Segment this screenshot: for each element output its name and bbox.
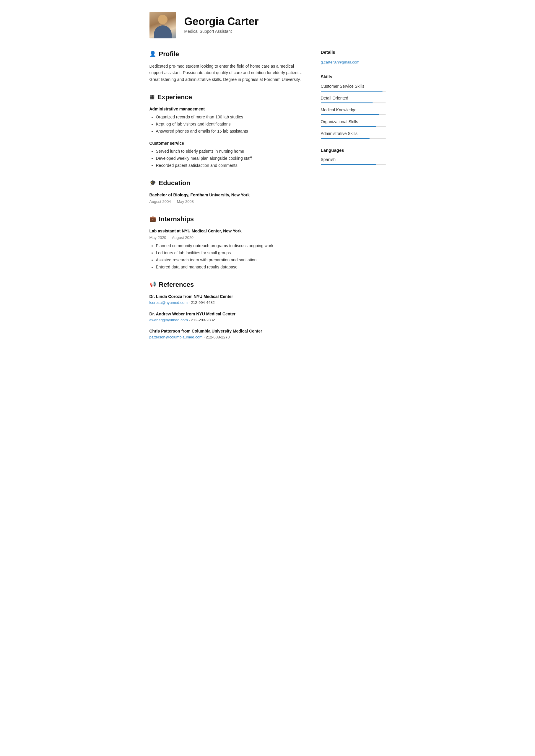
skill-label-2: Detail Oriented [321, 95, 386, 101]
ref-item-1: Dr. Linda Coroza from NYU Medical Center… [150, 293, 307, 306]
intern-bullets: Planned community outreach programs to d… [150, 243, 307, 270]
list-item: Organized records of more than 100 lab s… [156, 114, 307, 120]
experience-section: ▦ Experience Administrative management O… [150, 92, 307, 169]
lang-spanish: Spanish [321, 156, 386, 165]
exp-item-admin: Administrative management Organized reco… [150, 106, 307, 134]
references-icon: 📢 [150, 281, 156, 288]
lang-bar-fill-1 [321, 164, 376, 165]
lang-bar-bg-1 [321, 164, 386, 165]
skill-label-5: Administrative Skills [321, 130, 386, 137]
skill-bar-bg-4 [321, 126, 386, 127]
education-icon: 🎓 [150, 179, 156, 187]
exp-admin-title: Administrative management [150, 106, 307, 112]
details-section: Details g.carter87@gmail.com [321, 49, 386, 65]
left-column: 👤 Profile Dedicated pre-med student look… [150, 49, 307, 350]
profile-text: Dedicated pre-med student looking to ent… [150, 63, 307, 83]
list-item: Developed weekly meal plan alongside coo… [156, 155, 307, 162]
list-item: Kept log of lab visitors and identificat… [156, 121, 307, 127]
lang-label-1: Spanish [321, 156, 386, 163]
skill-bar-fill-1 [321, 91, 382, 92]
experience-title: ▦ Experience [150, 92, 307, 102]
skill-bar-fill-4 [321, 126, 376, 127]
main-layout: 👤 Profile Dedicated pre-med student look… [150, 49, 386, 350]
internships-icon: 💼 [150, 215, 156, 223]
resume-page: Georgia Carter Medical Support Assistant… [135, 0, 401, 367]
ref-email-2[interactable]: aweber@nyumed.com [150, 318, 188, 322]
skill-label-1: Customer Service Skills [321, 83, 386, 90]
profile-icon: 👤 [150, 50, 156, 58]
skill-bar-bg-5 [321, 138, 386, 139]
exp-customer-title: Customer service [150, 140, 307, 147]
ref-item-3: Chris Patterson from Columbia University… [150, 328, 307, 340]
intern-dates: May 2020 — August 2020 [150, 235, 307, 241]
skill-medical-knowledge: Medical Knowledge [321, 107, 386, 115]
education-section: 🎓 Education Bachelor of Biology, Fordham… [150, 178, 307, 205]
skill-bar-bg-1 [321, 91, 386, 92]
skill-bar-fill-2 [321, 102, 373, 103]
header-text: Georgia Carter Medical Support Assistant [184, 16, 259, 35]
list-item: Entered data and managed results databas… [156, 264, 307, 270]
exp-customer-bullets: Served lunch to elderly patients in nurs… [150, 148, 307, 169]
skill-label-3: Medical Knowledge [321, 107, 386, 113]
internships-section: 💼 Internships Lab assistant at NYU Medic… [150, 214, 307, 271]
edu-dates: August 2004 — May 2008 [150, 199, 307, 205]
skill-bar-fill-3 [321, 114, 379, 115]
skills-section: Skills Customer Service Skills Detail Or… [321, 73, 386, 139]
ref-separator-2: · 212-293-2832 [189, 318, 215, 322]
profile-section: 👤 Profile Dedicated pre-med student look… [150, 49, 307, 83]
ref-name-3: Chris Patterson from Columbia University… [150, 328, 307, 334]
skill-bar-bg-2 [321, 102, 386, 103]
languages-section: Languages Spanish [321, 147, 386, 165]
references-section: 📢 References Dr. Linda Coroza from NYU M… [150, 280, 307, 340]
exp-admin-bullets: Organized records of more than 100 lab s… [150, 114, 307, 134]
right-column: Details g.carter87@gmail.com Skills Cust… [321, 49, 386, 350]
experience-icon: ▦ [150, 93, 155, 101]
skill-detail-oriented: Detail Oriented [321, 95, 386, 103]
list-item: Assisted research team with preparation … [156, 257, 307, 263]
ref-name-1: Dr. Linda Coroza from NYU Medical Center [150, 293, 307, 300]
candidate-name: Georgia Carter [184, 16, 259, 27]
intern-position: Lab assistant at NYU Medical Center, New… [150, 228, 307, 234]
ref-separator-1: · 212-994-4482 [189, 300, 215, 305]
ref-item-2: Dr. Andrew Weber from NYU Medical Center… [150, 311, 307, 323]
references-title: 📢 References [150, 280, 307, 289]
skill-customer-service: Customer Service Skills [321, 83, 386, 92]
avatar [150, 12, 176, 39]
ref-contact-1: lcoroza@nyumed.com · 212-994-4482 [150, 300, 307, 306]
list-item: Answered phones and emails for 15 lab as… [156, 128, 307, 134]
skills-title: Skills [321, 73, 386, 80]
ref-email-1[interactable]: lcoroza@nyumed.com [150, 300, 188, 305]
skill-organizational: Organizational Skills [321, 119, 386, 127]
profile-title: 👤 Profile [150, 49, 307, 59]
list-item: Recorded patient satisfaction and commen… [156, 162, 307, 169]
edu-degree: Bachelor of Biology, Fordham University,… [150, 192, 307, 198]
skill-label-4: Organizational Skills [321, 119, 386, 125]
ref-name-2: Dr. Andrew Weber from NYU Medical Center [150, 311, 307, 317]
list-item: Planned community outreach programs to d… [156, 243, 307, 249]
skill-bar-bg-3 [321, 114, 386, 115]
ref-contact-2: aweber@nyumed.com · 212-293-2832 [150, 317, 307, 323]
details-title: Details [321, 49, 386, 56]
exp-item-customer: Customer service Served lunch to elderly… [150, 140, 307, 169]
list-item: Served lunch to elderly patients in nurs… [156, 148, 307, 154]
details-email[interactable]: g.carter87@gmail.com [321, 60, 359, 65]
education-title: 🎓 Education [150, 178, 307, 188]
ref-contact-3: patterson@columbiaumed.com · 212-638-227… [150, 334, 307, 340]
avatar-image [150, 12, 176, 39]
list-item: Led tours of lab facilities for small gr… [156, 250, 307, 256]
skill-bar-fill-5 [321, 138, 370, 139]
internships-title: 💼 Internships [150, 214, 307, 224]
ref-email-3[interactable]: patterson@columbiaumed.com [150, 335, 203, 339]
header: Georgia Carter Medical Support Assistant [150, 12, 386, 39]
skill-administrative: Administrative Skills [321, 130, 386, 139]
languages-title: Languages [321, 147, 386, 154]
ref-separator-3: · 212-638-2273 [204, 335, 230, 339]
candidate-title: Medical Support Assistant [184, 28, 259, 35]
